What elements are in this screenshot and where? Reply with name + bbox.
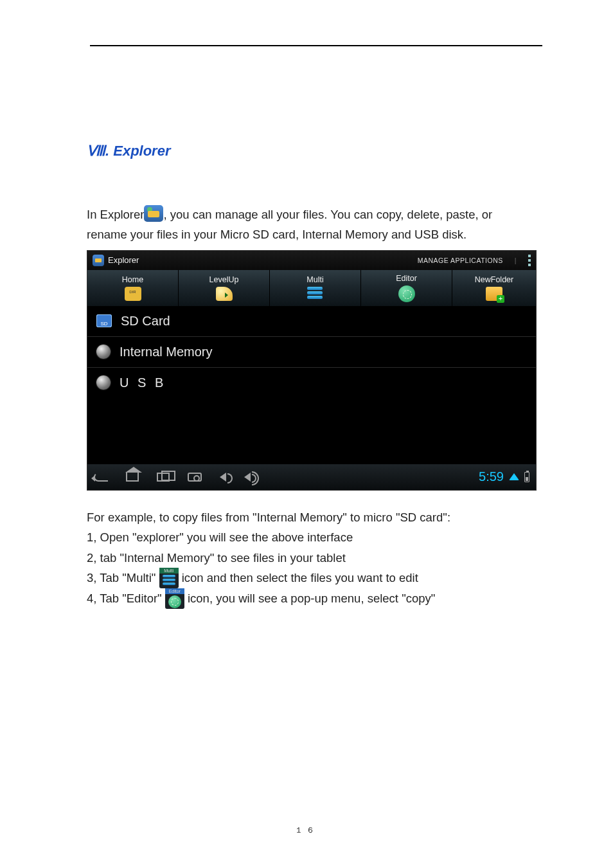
list-item-sdcard[interactable]: SD Card — [87, 306, 536, 337]
overflow-menu-icon[interactable] — [528, 255, 531, 266]
tab-multi[interactable]: Multi — [270, 270, 361, 306]
volume-down-icon[interactable] — [220, 473, 226, 482]
home-icon[interactable] — [126, 473, 139, 482]
disk-icon — [96, 375, 111, 390]
tab-levelup[interactable]: LevelUp — [179, 270, 270, 306]
back-icon[interactable] — [94, 473, 108, 482]
step-4-text-b: icon, you will see a pop-up menu, select… — [184, 592, 436, 605]
tab-newfolder[interactable]: NewFolder — [452, 270, 536, 306]
tab-editor[interactable]: Editor — [361, 270, 452, 306]
tab-levelup-label: LevelUp — [209, 275, 239, 284]
mini-label: Editor — [165, 588, 184, 594]
recent-apps-icon[interactable] — [157, 473, 170, 482]
tab-editor-label: Editor — [396, 274, 417, 283]
list-item-internal[interactable]: Internal Memory — [87, 337, 536, 368]
tab-multi-label: Multi — [306, 275, 323, 284]
explorer-screenshot: Explorer MANAGE APPLICATIONS | Home Leve… — [87, 250, 537, 491]
example-intro: For example, to copy files from "Interna… — [87, 507, 536, 527]
battery-icon — [524, 472, 529, 482]
editor-icon-inline: Editor — [165, 588, 184, 609]
step-4: 4, Tab "Editor" Editor icon, you will se… — [87, 588, 536, 609]
mini-label: Multi — [159, 568, 179, 574]
heading-text: . Explorer — [105, 143, 170, 159]
editor-icon — [398, 285, 415, 302]
step-4-text-a: 4, Tab "Editor" — [87, 592, 165, 605]
list-item-label: SD Card — [121, 314, 170, 329]
document-content: Ⅷ. Explorer In Explorer, you can manage … — [0, 46, 613, 609]
document-page: Ⅷ. Explorer In Explorer, you can manage … — [0, 0, 613, 868]
file-list: SD Card Internal Memory U S B — [87, 306, 536, 398]
intro-text-before: In Explorer — [87, 208, 144, 221]
tab-home[interactable]: Home — [87, 270, 179, 306]
page-number: １６ — [0, 825, 613, 836]
new-folder-icon — [486, 287, 502, 301]
title-bar-right: MANAGE APPLICATIONS | — [418, 255, 531, 266]
step-3: 3, Tab "Multi" Multi icon and then selec… — [87, 568, 536, 588]
step-3-text-a: 3, Tab "Multi" — [87, 571, 159, 584]
sd-card-icon — [96, 314, 112, 327]
title-bar-left: Explorer — [93, 255, 139, 266]
explorer-app-icon — [144, 205, 163, 222]
screenshot-icon[interactable] — [188, 473, 202, 482]
app-title-bar: Explorer MANAGE APPLICATIONS | — [87, 251, 536, 270]
explorer-icon — [93, 255, 104, 266]
list-item-label: Internal Memory — [120, 345, 213, 359]
list-item-usb[interactable]: U S B — [87, 368, 536, 398]
list-item-label: U S B — [120, 375, 166, 390]
app-title: Explorer — [108, 255, 139, 265]
tab-home-label: Home — [122, 275, 143, 284]
step-1: 1, Open "explorer" you will see the abov… — [87, 527, 536, 547]
home-folder-icon — [125, 287, 141, 301]
section-heading: Ⅷ. Explorer — [87, 143, 536, 159]
clock-text: 5:59 — [479, 469, 504, 484]
level-up-icon — [216, 287, 233, 301]
multi-select-icon — [307, 287, 324, 301]
tab-newfolder-label: NewFolder — [475, 275, 513, 284]
toolbar: Home LevelUp Multi Editor NewFolder — [87, 270, 536, 306]
system-navigation-bar: 5:59 — [87, 464, 536, 490]
multi-icon-inline: Multi — [159, 568, 179, 588]
intro-paragraph: In Explorer, you can manage all your fil… — [87, 204, 536, 245]
manage-applications-link[interactable]: MANAGE APPLICATIONS — [418, 257, 503, 264]
step-2: 2, tab "Internal Memory" to see files in… — [87, 548, 536, 568]
heading-numeral: Ⅷ — [87, 143, 105, 159]
wifi-icon — [509, 473, 519, 480]
step-3-text-b: icon and then select the files you want … — [179, 571, 418, 584]
disk-icon — [96, 345, 111, 359]
status-area[interactable]: 5:59 — [479, 469, 529, 484]
instruction-steps: For example, to copy files from "Interna… — [87, 507, 536, 609]
volume-up-icon[interactable] — [244, 473, 251, 482]
